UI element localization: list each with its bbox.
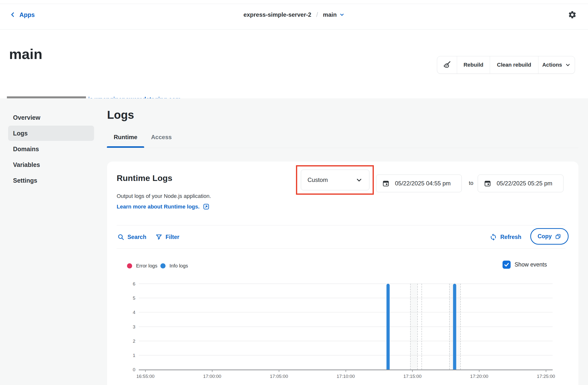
chevron-left-icon [10, 12, 16, 18]
divider [117, 248, 566, 249]
chevron-down-icon [339, 12, 345, 18]
sidebar-item-settings[interactable]: Settings [8, 173, 94, 188]
settings-gear-button[interactable] [568, 10, 577, 19]
filter-logs-button[interactable]: Filter [155, 231, 179, 243]
refresh-logs-button[interactable]: Refresh [489, 231, 522, 243]
gridline [139, 326, 553, 327]
tab-label: Runtime [114, 134, 137, 141]
actions-dropdown-button[interactable]: Actions [538, 56, 575, 73]
log-count-bar[interactable] [453, 284, 456, 369]
search-icon [117, 234, 124, 240]
x-axis-tick-label: 17:25:00 [537, 374, 555, 379]
gear-icon [568, 10, 577, 19]
runtime-logs-chart: 012345616:55:0017:00:0017:05:0017:10:001… [139, 284, 553, 370]
date-to-value: 05/22/2025 05:25 pm [497, 180, 552, 187]
tab-access[interactable]: Access [144, 134, 179, 148]
date-to-input[interactable]: 05/22/2025 05:25 pm [478, 175, 564, 192]
tab-divider [107, 148, 578, 148]
gridline [139, 298, 553, 298]
runtime-logs-card: Runtime Logs Custom 05/22/2025 04:55 pm … [107, 161, 578, 385]
divider [117, 225, 566, 226]
breadcrumb: express-simple-server-2 / main [243, 11, 345, 19]
event-marker-line [460, 284, 461, 369]
clean-rebuild-button-label: Clean rebuild [497, 62, 531, 68]
x-axis-tick-label: 16:55:00 [136, 374, 154, 379]
x-axis-tick [546, 369, 546, 372]
purge-cache-button[interactable] [437, 56, 457, 73]
environment-actions-group: Rebuild Clean rebuild Actions [437, 56, 575, 74]
event-band [410, 284, 417, 369]
branch-picker[interactable]: main [323, 11, 345, 18]
gridline [139, 283, 553, 284]
search-logs-button[interactable]: Search [117, 231, 147, 243]
gridline [139, 312, 553, 313]
runtime-logs-title: Runtime Logs [117, 173, 172, 183]
clean-rebuild-button[interactable]: Clean rebuild [490, 56, 538, 73]
back-to-apps-link[interactable]: Apps [10, 11, 35, 18]
x-axis-tick-label: 17:10:00 [337, 374, 355, 379]
filter-funnel-icon [155, 234, 162, 240]
error-logs-dot [127, 263, 132, 269]
logs-tabs: Runtime Access [107, 134, 179, 148]
breadcrumb-branch: main [323, 11, 337, 18]
tab-label: Access [151, 134, 172, 141]
x-axis-tick [145, 369, 146, 372]
rebuild-button-label: Rebuild [463, 62, 483, 68]
sidebar-item-label: Overview [13, 114, 40, 121]
search-label: Search [127, 234, 147, 240]
breadcrumb-separator: / [315, 11, 319, 19]
date-from-value: 05/22/2025 04:55 pm [395, 180, 451, 187]
top-hairline [0, 4, 588, 4]
sidebar-item-variables[interactable]: Variables [8, 157, 94, 172]
y-axis-tick-label: 2 [126, 339, 135, 343]
broom-icon [442, 61, 451, 69]
y-axis-tick-label: 4 [126, 310, 135, 315]
copy-button-label: Copy [538, 233, 552, 240]
event-marker-line [410, 284, 411, 369]
environment-header: main .js.wpenginepoweredstaging.com Rebu… [0, 29, 588, 98]
x-axis-tick [412, 369, 413, 372]
time-range-select[interactable]: Custom [301, 170, 369, 190]
event-marker-line [421, 284, 422, 369]
event-marker-line [449, 284, 450, 369]
back-link-label: Apps [20, 11, 35, 18]
y-axis-tick-label: 3 [126, 324, 135, 329]
external-link-icon [203, 203, 210, 210]
page-title: Logs [107, 108, 134, 121]
tab-runtime[interactable]: Runtime [107, 134, 144, 148]
sidebar-item-logs[interactable]: Logs [8, 126, 94, 141]
show-events-toggle[interactable]: Show events [503, 261, 547, 269]
time-range-value: Custom [308, 177, 328, 183]
refresh-label: Refresh [500, 234, 522, 240]
actions-button-label: Actions [542, 62, 562, 68]
legend-label: Info logs [169, 263, 188, 269]
x-axis-tick-label: 17:20:00 [470, 374, 488, 379]
sidebar-item-label: Settings [13, 177, 37, 184]
copy-logs-button[interactable]: Copy [530, 228, 568, 245]
x-axis-tick-label: 17:05:00 [270, 374, 288, 379]
x-axis-tick [279, 369, 279, 372]
date-range-to-label: to [466, 176, 476, 190]
y-axis-tick-label: 6 [126, 281, 135, 286]
y-axis-tick-label: 5 [126, 296, 135, 300]
show-events-checkbox[interactable] [503, 261, 511, 269]
log-count-bar[interactable] [386, 284, 390, 369]
learn-more-label: Learn more about Runtime logs. [117, 204, 199, 210]
date-from-input[interactable]: 05/22/2025 04:55 pm [376, 175, 462, 192]
learn-more-link[interactable]: Learn more about Runtime logs. [117, 203, 210, 210]
refresh-icon [489, 233, 497, 241]
sidebar-item-domains[interactable]: Domains [8, 141, 94, 157]
legend-item-error-logs: Error logs [127, 261, 157, 271]
sidebar-item-overview[interactable]: Overview [8, 110, 94, 125]
calendar-icon [382, 180, 390, 187]
chevron-down-icon [565, 62, 571, 68]
content-area: Overview Logs Domains Variables Settings… [0, 98, 588, 385]
check-icon [504, 262, 510, 268]
x-axis-tick-label: 17:00:00 [203, 374, 221, 379]
rebuild-button[interactable]: Rebuild [457, 56, 490, 73]
environment-sidebar: Overview Logs Domains Variables Settings [8, 110, 94, 188]
x-axis-tick-label: 17:15:00 [403, 374, 421, 379]
sidebar-item-label: Variables [13, 161, 40, 168]
info-logs-dot [160, 263, 166, 269]
x-axis-tick [212, 369, 212, 372]
